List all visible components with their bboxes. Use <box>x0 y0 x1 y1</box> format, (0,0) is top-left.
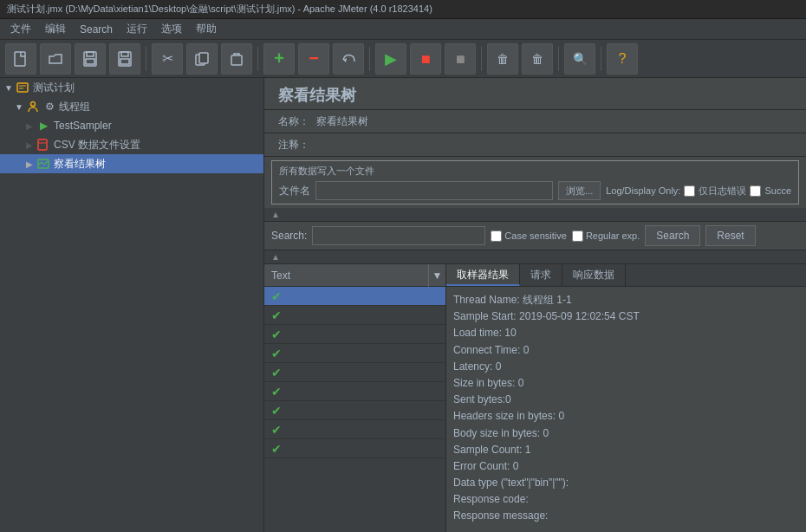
tree-item-test-plan[interactable]: ▼ 测试计划 <box>0 78 263 97</box>
title-text: 测试计划.jmx (D:\MyData\xietian1\Desktop\金融\… <box>7 3 432 16</box>
remove-button[interactable]: − <box>298 43 329 75</box>
stop-button[interactable]: ⏹ <box>410 43 441 75</box>
icon-test-plan <box>16 81 29 94</box>
list-item-5[interactable]: ✔ <box>264 363 445 382</box>
item-icon-8: ✔ <box>271 423 282 437</box>
main-layout: ▼ 测试计划 ▼ ⚙ 线程组 ▶ ▶ TestSampler ▶ CSV 数据文… <box>0 78 806 532</box>
search-input[interactable] <box>312 226 485 245</box>
search-toolbar-button[interactable]: 🔍 <box>564 43 595 75</box>
collapse-arrow-2-icon: ▲ <box>271 252 280 262</box>
clear-button[interactable]: 🗑 <box>487 43 518 75</box>
detail-line-7: Sent bytes:0 <box>453 392 799 408</box>
tree-item-test-sampler[interactable]: ▶ ▶ TestSampler <box>0 116 263 135</box>
tab-request[interactable]: 请求 <box>520 264 562 286</box>
svg-rect-15 <box>38 139 47 150</box>
tree-item-thread-group[interactable]: ▼ ⚙ 线程组 <box>0 97 263 116</box>
add-button[interactable]: + <box>263 43 295 75</box>
list-item-8[interactable]: ✔ <box>264 420 445 439</box>
svg-rect-2 <box>87 52 94 56</box>
detail-line-10: Sample Count: 1 <box>453 442 799 458</box>
collapse-arrow-icon: ▲ <box>271 210 280 219</box>
file-row: 文件名 浏览... Log/Display Only: 仅日志错误 Succe <box>279 181 791 200</box>
menu-edit[interactable]: 编辑 <box>38 20 73 38</box>
item-icon-2: ✔ <box>271 308 282 322</box>
menu-options[interactable]: 选项 <box>154 20 189 38</box>
help-button[interactable]: ? <box>607 43 638 75</box>
file-input[interactable] <box>315 181 553 200</box>
detail-panel: 取样器结果 请求 响应数据 Thread Name: 线程组 1-1 Sampl… <box>446 264 806 532</box>
open-button[interactable] <box>40 43 71 75</box>
detail-line-1: Thread Name: 线程组 1-1 <box>453 292 799 308</box>
tree-item-csv-setup[interactable]: ▶ CSV 数据文件设置 <box>0 135 263 154</box>
clear-all-button[interactable]: 🗑 <box>522 43 553 75</box>
detail-line-4: Connect Time: 0 <box>453 342 799 359</box>
detail-line-12: Data type ("text"|"bin"|""): <box>453 475 799 491</box>
new-button[interactable] <box>5 43 36 75</box>
collapse-bar-2[interactable]: ▲ <box>264 250 806 264</box>
item-icon-6: ✔ <box>271 385 282 399</box>
tree-label-csv-setup: CSV 数据文件设置 <box>54 138 140 152</box>
error-label: 仅日志错误 <box>699 185 746 198</box>
undo-button[interactable] <box>333 43 364 75</box>
icon-csv <box>36 138 50 152</box>
toolbar-separator-5 <box>558 47 559 71</box>
file-label: 文件名 <box>279 184 310 198</box>
tree-item-view-results[interactable]: ▶ 察看结果树 <box>0 154 263 173</box>
run-button[interactable]: ▶ <box>375 43 406 75</box>
reset-button[interactable]: Reset <box>705 225 755 246</box>
svg-rect-8 <box>199 53 208 63</box>
detail-line-11: Error Count: 0 <box>453 458 799 475</box>
list-header: Text ▼ <box>264 264 445 287</box>
item-icon-1: ✔ <box>271 289 282 303</box>
collapse-bar-1[interactable]: ▲ <box>264 208 806 222</box>
icon-view-results <box>36 157 50 171</box>
toolbar-separator-1 <box>146 47 146 71</box>
list-item-9[interactable]: ✔ <box>264 439 445 458</box>
menu-help[interactable]: 帮助 <box>189 20 224 38</box>
name-input[interactable] <box>313 114 792 129</box>
list-item-2[interactable]: ✔ <box>264 306 445 325</box>
paste-button[interactable] <box>221 43 252 75</box>
success-label: Succe <box>764 185 791 196</box>
arrow-view-results: ▶ <box>24 159 35 169</box>
tab-response-data[interactable]: 响应数据 <box>562 264 626 286</box>
shutdown-button[interactable]: ⏹ <box>445 43 476 75</box>
item-icon-3: ✔ <box>271 328 282 341</box>
name-row: 名称： <box>264 110 806 133</box>
success-checkbox[interactable] <box>750 185 761 197</box>
arrow-test-plan: ▼ <box>3 82 14 93</box>
case-sensitive-checkbox[interactable] <box>491 230 502 242</box>
dropdown-arrow-icon: ▼ <box>432 269 443 282</box>
icon-test-sampler: ▶ <box>36 119 50 133</box>
list-item-3[interactable]: ✔ <box>264 325 445 344</box>
save-button[interactable] <box>75 43 106 75</box>
detail-line-2: Sample Start: 2019-05-09 12:02:54 CST <box>453 308 799 325</box>
detail-content: Thread Name: 线程组 1-1 Sample Start: 2019-… <box>446 287 806 532</box>
copy-button[interactable] <box>186 43 218 75</box>
list-item-6[interactable]: ✔ <box>264 382 445 401</box>
file-section-title: 所有数据写入一个文件 <box>279 165 791 178</box>
comment-input[interactable] <box>313 137 792 152</box>
regex-checkbox[interactable] <box>572 230 583 242</box>
menu-file[interactable]: 文件 <box>3 20 38 38</box>
menu-run[interactable]: 运行 <box>120 20 154 38</box>
svg-rect-11 <box>17 83 28 92</box>
svg-rect-9 <box>231 55 242 65</box>
thread-gear-icon: ⚙ <box>43 100 55 114</box>
list-item-1[interactable]: ✔ <box>264 287 445 306</box>
search-button[interactable]: Search <box>645 225 700 246</box>
tab-sampler-result[interactable]: 取样器结果 <box>446 264 520 286</box>
log-options: Log/Display Only: 仅日志错误 Succe <box>606 185 791 198</box>
detail-line-6: Size in bytes: 0 <box>453 375 799 392</box>
list-item-4[interactable]: ✔ <box>264 344 445 363</box>
browse-button[interactable]: 浏览... <box>558 181 601 200</box>
cut-button[interactable]: ✂ <box>152 43 183 75</box>
error-checkbox[interactable] <box>684 185 695 197</box>
detail-line-5: Latency: 0 <box>453 359 799 375</box>
list-item-7[interactable]: ✔ <box>264 401 445 420</box>
menu-search[interactable]: Search <box>73 22 120 37</box>
case-sensitive-group: Case sensitive <box>491 230 567 242</box>
list-header-dropdown[interactable]: ▼ <box>428 264 445 287</box>
detail-line-8: Headers size in bytes: 0 <box>453 408 799 425</box>
save-as-button[interactable] <box>109 43 140 75</box>
